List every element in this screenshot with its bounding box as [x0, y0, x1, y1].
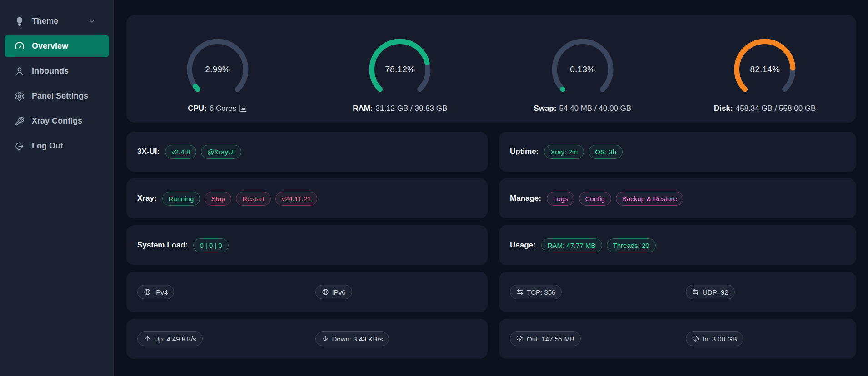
sidebar-item-inbounds[interactable]: Inbounds [5, 60, 109, 82]
ram-label: RAM:31.12 GB / 39.83 GB [353, 104, 447, 113]
ram-label-title: RAM: [353, 104, 373, 113]
system-load-card: System Load:0 | 0 | 0 [126, 225, 488, 265]
ram-usage-badge: RAM: 47.77 MB [541, 238, 602, 252]
cpu-label-value: 6 Cores [210, 104, 237, 113]
disk-gauge-ring: 82.14% [730, 35, 799, 104]
sidebar-item-label: Xray Configs [32, 116, 82, 126]
uptime-card-badges: Xray: 2mOS: 3h [544, 145, 623, 159]
xray-status-card: Xray:RunningStopRestartv24.11.21 [126, 178, 488, 218]
panel-version-badge: v2.4.8 [165, 145, 196, 159]
cloud-upload-icon [516, 335, 524, 342]
sidebar-item-label: Log Out [32, 141, 63, 151]
speed-card-half-1: Up: 4.49 KB/s [126, 331, 310, 346]
chevron-down-icon [88, 18, 95, 25]
3x-ui-card-label: 3X-UI: [137, 147, 160, 156]
manage-card-badges: LogsConfigBackup & Restore [547, 192, 683, 206]
restart-button[interactable]: Restart [236, 192, 270, 206]
usage-card: Usage:RAM: 47.77 MBThreads: 20 [499, 225, 856, 265]
wrench-icon [15, 116, 25, 126]
user-icon [15, 66, 25, 76]
logout-icon [15, 141, 25, 151]
cpu-gauge-ring: 2.99% [183, 35, 252, 104]
traffic-in-pill: In: 3.00 GB [686, 331, 743, 346]
ram-gauge: 78.12%RAM:31.12 GB / 39.83 GB [309, 15, 492, 113]
xray-version-button[interactable]: v24.11.21 [275, 192, 318, 206]
arrows-left-right-icon [516, 288, 524, 296]
globe-icon [322, 288, 329, 296]
swap-label: Swap:54.40 MB / 40.00 GB [534, 104, 631, 113]
ram-label-value: 31.12 GB / 39.83 GB [376, 104, 448, 113]
connections-card-half-2: UDP: 92 [680, 285, 856, 299]
system-load-badge: 0 | 0 | 0 [193, 238, 229, 252]
cloud-download-icon [692, 335, 699, 342]
arrows-left-right-icon [692, 288, 699, 296]
gauge-icon [15, 41, 25, 51]
stop-button[interactable]: Stop [205, 192, 231, 206]
ipv6-pill: IPv6 [315, 285, 352, 299]
cpu-label: CPU:6 Cores [188, 104, 247, 113]
sidebar-item-overview[interactable]: Overview [5, 35, 109, 57]
usage-card-label: Usage: [510, 241, 536, 250]
traffic-card: Out: 147.55 MBIn: 3.00 GB [499, 319, 856, 359]
speed-card: Up: 4.49 KB/sDown: 3.43 KB/s [126, 319, 488, 359]
lightbulb-icon [15, 16, 25, 26]
info-grid: 3X-UI:v2.4.8@XrayUIUptime:Xray: 2mOS: 3h… [126, 132, 856, 359]
swap-percent: 0.13% [548, 35, 617, 104]
speed-card-half-2: Down: 3.43 KB/s [310, 331, 488, 346]
gear-icon [15, 91, 25, 101]
sidebar-item-label: Inbounds [32, 66, 69, 76]
telegram-channel-badge[interactable]: @XrayUI [201, 145, 241, 159]
main-content: 2.99%CPU:6 Cores 78.12%RAM:31.12 GB / 39… [114, 0, 868, 376]
disk-percent: 82.14% [730, 35, 799, 104]
area-chart-icon[interactable] [239, 104, 247, 113]
traffic-card-half-1: Out: 147.55 MB [499, 331, 680, 346]
sidebar-item-theme[interactable]: Theme [5, 10, 109, 32]
disk-gauge: 82.14%Disk:458.34 GB / 558.00 GB [674, 15, 857, 113]
download-speed-pill: Down: 3.43 KB/s [315, 331, 389, 346]
sidebar-item-label: Panel Settings [32, 91, 88, 101]
uptime-card-label: Uptime: [510, 147, 539, 156]
ipv6-pill-text: IPv6 [332, 289, 346, 296]
usage-card-badges: RAM: 47.77 MBThreads: 20 [541, 238, 656, 252]
connections-card-half-1: TCP: 356 [499, 285, 680, 299]
config-button[interactable]: Config [579, 192, 611, 206]
arrow-up-icon [144, 335, 151, 342]
logs-button[interactable]: Logs [547, 192, 574, 206]
connections-card: TCP: 356UDP: 92 [499, 272, 856, 312]
ipv4-pill: IPv4 [137, 285, 174, 299]
disk-label-title: Disk: [714, 104, 733, 113]
sidebar-nav: ThemeOverviewInboundsPanel SettingsXray … [0, 10, 114, 157]
traffic-out-pill: Out: 147.55 MB [510, 331, 581, 346]
manage-card: Manage:LogsConfigBackup & Restore [499, 178, 856, 218]
xray-status-card-label: Xray: [137, 194, 157, 203]
upload-speed-pill-text: Up: 4.49 KB/s [154, 336, 196, 342]
swap-label-title: Swap: [534, 104, 556, 113]
threads-badge: Threads: 20 [607, 238, 656, 252]
sidebar-item-label: Overview [32, 41, 68, 51]
xray-running-badge: Running [162, 192, 200, 206]
ip-card-half-2: IPv6 [310, 285, 488, 299]
ip-card: IPv4IPv6 [126, 272, 488, 312]
system-load-card-label: System Load: [137, 241, 188, 250]
sidebar-item-panel-settings[interactable]: Panel Settings [5, 85, 109, 107]
backup-restore-button[interactable]: Backup & Restore [616, 192, 683, 206]
cpu-percent: 2.99% [183, 35, 252, 104]
tcp-count-pill-text: TCP: 356 [527, 289, 555, 296]
udp-count-pill: UDP: 92 [686, 285, 735, 299]
ram-gauge-ring: 78.12% [365, 35, 434, 104]
app-root: ThemeOverviewInboundsPanel SettingsXray … [0, 0, 868, 376]
udp-count-pill-text: UDP: 92 [703, 289, 728, 296]
sidebar-item-log-out[interactable]: Log Out [5, 135, 109, 157]
xray-uptime-badge: Xray: 2m [544, 145, 584, 159]
sidebar-item-label: Theme [32, 16, 58, 26]
xray-status-card-badges: RunningStopRestartv24.11.21 [162, 192, 318, 206]
traffic-out-pill-text: Out: 147.55 MB [527, 336, 574, 342]
arrow-down-icon [322, 335, 329, 342]
swap-label-value: 54.40 MB / 40.00 GB [559, 104, 631, 113]
sidebar-item-xray-configs[interactable]: Xray Configs [5, 110, 109, 132]
manage-card-label: Manage: [510, 194, 541, 203]
traffic-in-pill-text: In: 3.00 GB [703, 336, 737, 342]
ip-card-half-1: IPv4 [126, 285, 310, 299]
download-speed-pill-text: Down: 3.43 KB/s [332, 336, 383, 342]
tcp-count-pill: TCP: 356 [510, 285, 562, 299]
